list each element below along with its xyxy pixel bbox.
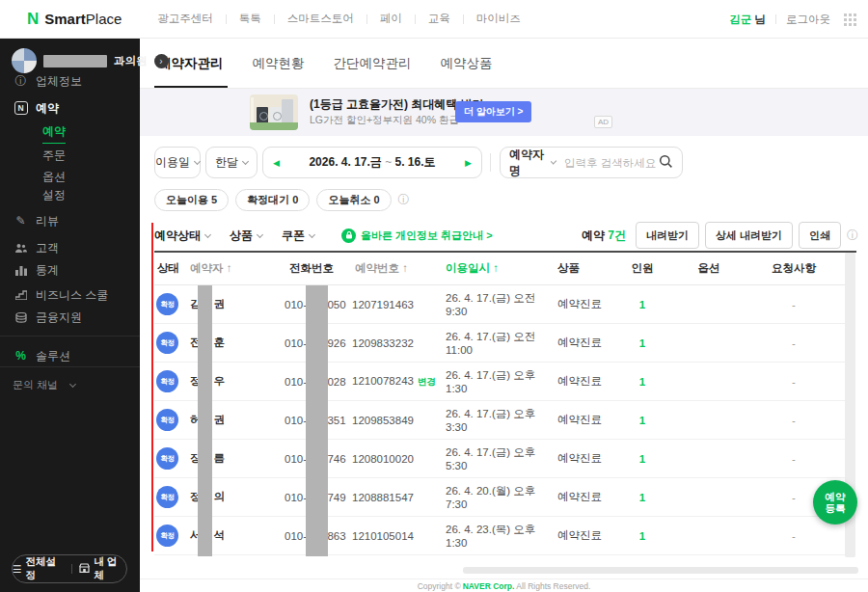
user-name[interactable]: 김군 님 (729, 13, 766, 27)
col-use-datetime-sorted[interactable]: 이용일시 ↑ (439, 261, 552, 276)
smartplace-booking-page: N Smart Place 광고주센터 톡톡 스마트스토어 페이 교육 마이비즈… (0, 0, 868, 592)
next-period-button[interactable]: ▶ (465, 158, 472, 168)
all-settings-button[interactable]: ☰ 전체설정 (13, 555, 65, 582)
sidebar-item-stats[interactable]: 통계 (14, 261, 132, 279)
chevron-down-icon (551, 158, 557, 165)
naver-n-logo: N (27, 10, 39, 29)
divider (71, 564, 72, 574)
prev-period-button[interactable]: ◀ (273, 158, 280, 168)
divider (0, 366, 140, 367)
link-pay[interactable]: 페이 (367, 12, 415, 26)
sort-arrow-icon: ↑ (402, 262, 408, 274)
status-badge: 확정 (156, 447, 178, 470)
detail-download-button[interactable]: 상세 내려받기 (705, 222, 793, 249)
divider (0, 336, 140, 336)
link-mybiz[interactable]: 마이비즈 (464, 12, 533, 26)
col-guest-sortable[interactable]: 예약자 ↑ (185, 261, 285, 276)
sidebar-subitem-order[interactable]: 주문 (42, 147, 132, 164)
search-category-dropdown[interactable]: 예약자명 (509, 147, 556, 179)
status-cell: 확정 (154, 486, 185, 508)
link-talktalk[interactable]: 톡톡 (227, 12, 274, 26)
col-option: 옵션 (675, 261, 743, 276)
product-cell: 예약진료 (552, 374, 610, 389)
table-row[interactable]: 확정 서석 010-9863 1210105014 26. 4. 23.(목) … (154, 517, 845, 555)
sidebar-item-booking[interactable]: N 예약 (14, 99, 132, 117)
logout-button[interactable]: 로그아웃 (786, 13, 830, 27)
link-ad-center[interactable]: 광고주센터 (145, 12, 226, 26)
ad-learn-more-button[interactable]: 더 알아보기 > (455, 101, 531, 122)
my-business-button[interactable]: 내 업체 (79, 555, 126, 582)
ad-banner-image (250, 94, 298, 130)
info-icon[interactable]: ⓘ (847, 228, 858, 244)
col-reservation-number-sortable[interactable]: 예약번호 ↑ (352, 261, 439, 276)
bar-chart-icon (14, 265, 28, 276)
chip-today-use[interactable]: 오늘이용 5 (154, 189, 229, 211)
privacy-guide-link[interactable]: 올바른 개인정보 취급안내 > (341, 229, 493, 243)
table-row[interactable]: 확정 장름 010-9746 1208010020 26. 4. 17.(금) … (154, 440, 845, 478)
table-row[interactable]: 확정 정의 010-3749 1208881547 26. 4. 20.(월) … (154, 478, 845, 517)
link-smartstore[interactable]: 스마트스토어 (275, 12, 366, 26)
sort-arrow-icon: ↑ (493, 262, 499, 274)
tab-simple-booking[interactable]: 간단예약관리 (330, 55, 416, 88)
chip-pending-confirm[interactable]: 확정대기 0 (235, 189, 310, 211)
tab-booking-products[interactable]: 예약상품 (437, 55, 497, 88)
sidebar-subitem-option[interactable]: 옵션 (42, 168, 132, 185)
reservation-number-cell: 1210078243변경 (352, 375, 439, 389)
chevron-down-icon (204, 230, 211, 237)
chevron-down-icon (257, 230, 263, 237)
register-booking-fab[interactable]: 예약 등록 (813, 480, 857, 525)
tab-booking-status[interactable]: 예약현황 (249, 55, 309, 88)
naver-booking-icon: N (14, 101, 28, 115)
apps-grid-icon[interactable] (844, 13, 856, 26)
table-row[interactable]: 확정 정우 010-4028 1210078243변경 26. 4. 17.(금… (154, 363, 845, 401)
business-profile[interactable]: 과의원 › (12, 48, 134, 73)
sidebar-item-review[interactable]: ✎ 리뷰 (14, 212, 132, 229)
sidebar-item-customer[interactable]: 고객 (14, 239, 132, 256)
headcount-cell: 1 (610, 453, 675, 465)
table-row[interactable]: 확정 전훈 010-6926 1209833232 26. 4. 17.(금) … (154, 324, 845, 363)
profile-expand-button[interactable]: › (154, 54, 169, 68)
sidebar-item-inquiry-channel[interactable]: 문의 채널 (13, 376, 132, 393)
date-range-text[interactable]: 2026. 4. 17.금 ~ 5. 16.토 (309, 154, 435, 171)
booking-status-filter[interactable]: 예약상태 (154, 228, 210, 244)
table-row[interactable]: 확정 허권 010-2351 1209853849 26. 4. 17.(금) … (154, 401, 845, 440)
sidebar-item-biz-school[interactable]: 비즈니스 스쿨 (14, 286, 132, 304)
hamburger-icon: ☰ (13, 563, 21, 575)
store-icon (79, 563, 90, 575)
print-button[interactable]: 인쇄 (799, 222, 841, 249)
search-input[interactable] (564, 157, 659, 169)
coupon-filter[interactable]: 쿠폰 (282, 228, 314, 244)
product-filter[interactable]: 상품 (230, 228, 262, 244)
status-badge: 확정 (156, 332, 178, 354)
table-toolbar: 예약상태 상품 쿠폰 올바른 개인정보 취급안내 > 예약 7건 내려받기 상세… (154, 222, 858, 249)
request-cell: - (743, 299, 845, 310)
status-badge: 확정 (156, 525, 178, 547)
ad-banner[interactable]: (1등급 고효율가전) 최대혜택 받기 LG가전 할인+정부지원 40% 환급 … (140, 89, 868, 136)
sidebar-item-biz-info[interactable]: ⓘ 업체정보 (14, 72, 132, 90)
sidebar-item-finance[interactable]: 금융지원 (14, 309, 132, 326)
smartplace-logo[interactable]: N Smart Place (27, 10, 122, 29)
sidebar-item-solution[interactable]: % 솔루션 (14, 347, 132, 364)
info-icon[interactable]: ⓘ (398, 192, 410, 208)
sidebar: 과의원 › ⓘ 업체정보 N 예약 예약 주문 옵션 설정 ✎ 리뷰 (0, 39, 140, 592)
chip-today-cancel[interactable]: 오늘취소 0 (316, 189, 391, 211)
headcount-cell: 1 (610, 530, 675, 542)
reservation-number-cell: 1208010020 (352, 453, 439, 465)
booking-tabs: 예약자관리 예약현황 간단예약관리 예약상품 (140, 39, 868, 89)
coins-icon (14, 312, 28, 323)
search-icon[interactable] (659, 154, 673, 172)
horizontal-scrollbar[interactable] (463, 567, 858, 574)
period-dropdown[interactable]: 한달 (205, 147, 258, 178)
ad-label: AD (594, 116, 612, 128)
link-education[interactable]: 교육 (416, 12, 463, 26)
reservation-number-cell: 1209833232 (352, 337, 439, 349)
download-button[interactable]: 내려받기 (636, 222, 699, 249)
table-row[interactable]: 확정 김권 010-0050 1207191463 26. 4. 17.(금) … (154, 285, 845, 324)
use-day-dropdown[interactable]: 이용일 (154, 147, 201, 178)
red-marker-line (151, 223, 153, 552)
sidebar-subitem-settings[interactable]: 설정 (42, 186, 132, 203)
table-body: 확정 김권 010-0050 1207191463 26. 4. 17.(금) … (154, 285, 845, 555)
lock-icon (341, 229, 356, 243)
sidebar-subitem-booking[interactable]: 예약 (42, 124, 132, 142)
status-cell: 확정 (154, 293, 185, 315)
